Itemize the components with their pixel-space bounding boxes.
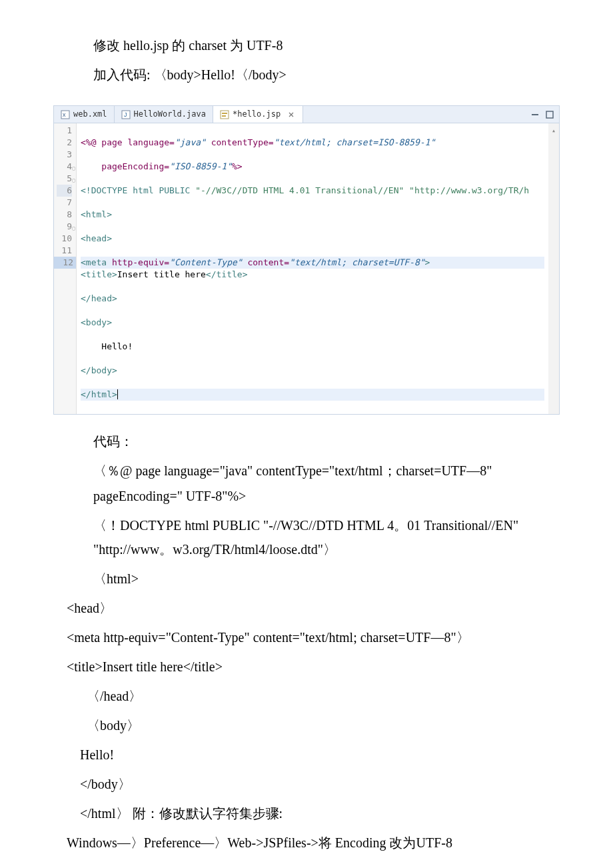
code-token: "http://www.w3.org/TR/h (404, 185, 529, 195)
svg-text:x: x (63, 111, 66, 118)
code-token: "-//W3C//DTD HTML 4.01 Transitional//EN" (195, 185, 404, 195)
code-token: language= (127, 137, 174, 147)
code-token: <body> (81, 317, 112, 327)
svg-rect-5 (222, 113, 227, 114)
editor-panel: x web.xml J HelloWorld.java *hello.jsp (53, 105, 560, 415)
paragraph: 代码： (27, 429, 586, 453)
code-editor[interactable]: 1 2 3 4 5 6 7 8 9 10 11 12 <%@ page lang… (54, 123, 559, 414)
line-number: 4 (57, 161, 72, 173)
code-token: page (101, 137, 127, 147)
line-number: 7 (57, 197, 72, 209)
paragraph: 〈！DOCTYPE html PUBLIC "-//W3C//DTD HTML … (27, 513, 586, 561)
code-token: html (133, 185, 159, 195)
code-lines[interactable]: <%@ page language="java" contentType="te… (77, 123, 548, 414)
line-number: 10 (57, 233, 72, 245)
line-number: 12 (54, 257, 76, 269)
code-token: "Content-Type" (169, 257, 243, 267)
paragraph: 〈％@ page language="java" contentType="te… (27, 459, 586, 483)
line-number: 1 (57, 125, 72, 137)
tab-helloworld-java[interactable]: J HelloWorld.java (115, 106, 213, 123)
tab-label: web.xml (73, 107, 107, 122)
scrollbar-up[interactable]: ▴ (548, 123, 559, 414)
tab-hello-jsp[interactable]: *hello.jsp (213, 106, 303, 123)
code-token: "ISO-8859-1" (169, 161, 232, 171)
close-icon[interactable] (287, 110, 296, 119)
code-token: pageEncoding= (81, 161, 169, 171)
svg-rect-4 (221, 111, 229, 119)
code-token: <meta (81, 257, 112, 267)
paragraph: pageEncoding=" UTF-8"%> (27, 484, 586, 508)
svg-rect-6 (222, 115, 226, 117)
paragraph: </body〉 (27, 772, 586, 796)
editor-toolbar-right (530, 106, 559, 123)
svg-text:J: J (124, 111, 127, 118)
code-token: "text/html; charset=ISO-8859-1" (274, 137, 436, 147)
paragraph: 〈body〉 (27, 713, 586, 737)
line-number: 9 (57, 221, 72, 233)
text-cursor (117, 389, 118, 399)
line-number: 8 (57, 209, 72, 221)
code-token: </head> (81, 293, 117, 303)
paragraph: 修改 hello.jsp 的 charset 为 UTF-8 (27, 33, 586, 57)
code-token: <title> (81, 269, 117, 279)
paragraph: 加入代码: 〈body>Hello!〈/body> (27, 63, 586, 87)
code-token: http-equiv= (112, 257, 169, 267)
editor-tabs: x web.xml J HelloWorld.java *hello.jsp (54, 106, 559, 123)
line-number: 2 (57, 137, 72, 149)
paragraph: Hello! (27, 743, 586, 767)
paragraph: </html〉 附：修改默认字符集步骤: (27, 801, 586, 825)
minimize-icon[interactable] (530, 109, 540, 120)
paragraph: <head〉 (27, 596, 586, 620)
code-token: PUBLIC (159, 185, 195, 195)
line-gutter: 1 2 3 4 5 6 7 8 9 10 11 12 (54, 123, 77, 414)
paragraph: 〈html> (27, 567, 586, 591)
code-token: </title> (206, 269, 248, 279)
paragraph: 〈/head〉 (27, 684, 586, 708)
code-token: "text/html; charset=UTF-8" (289, 257, 425, 267)
code-token: Hello! (81, 341, 133, 351)
jsp-file-icon (220, 110, 229, 119)
code-token: </body> (81, 365, 117, 375)
code-token: content= (243, 257, 289, 267)
svg-rect-7 (532, 114, 538, 115)
paragraph: <title>Insert title here</title> (27, 655, 586, 679)
code-token: <!DOCTYPE (81, 185, 133, 195)
code-token: <html> (81, 209, 112, 219)
chevron-up-icon: ▴ (552, 125, 556, 137)
code-token: > (425, 257, 430, 267)
tab-label: *hello.jsp (233, 107, 281, 122)
line-number: 6 (57, 185, 72, 197)
code-token: "java" (175, 137, 206, 147)
code-token: <%@ (81, 137, 101, 147)
tab-label: HelloWorld.java (134, 107, 206, 122)
code-token: </html> (81, 389, 117, 399)
svg-rect-8 (546, 111, 553, 118)
tab-web-xml[interactable]: x web.xml (54, 106, 115, 123)
maximize-icon[interactable] (544, 109, 555, 120)
line-number: 5 (57, 173, 72, 185)
line-number: 11 (57, 245, 72, 257)
paragraph: Windows—〉Preference—〉Web->JSPfiles->将 En… (27, 831, 586, 855)
xml-file-icon: x (61, 110, 70, 119)
code-token: <head> (81, 233, 112, 243)
paragraph: <meta http-equiv="Content-Type" content=… (27, 625, 586, 649)
line-number: 3 (57, 149, 72, 161)
code-token: %> (232, 161, 243, 171)
java-file-icon: J (121, 110, 131, 119)
code-token: contentType= (206, 137, 274, 147)
code-token: Insert title here (117, 269, 206, 279)
